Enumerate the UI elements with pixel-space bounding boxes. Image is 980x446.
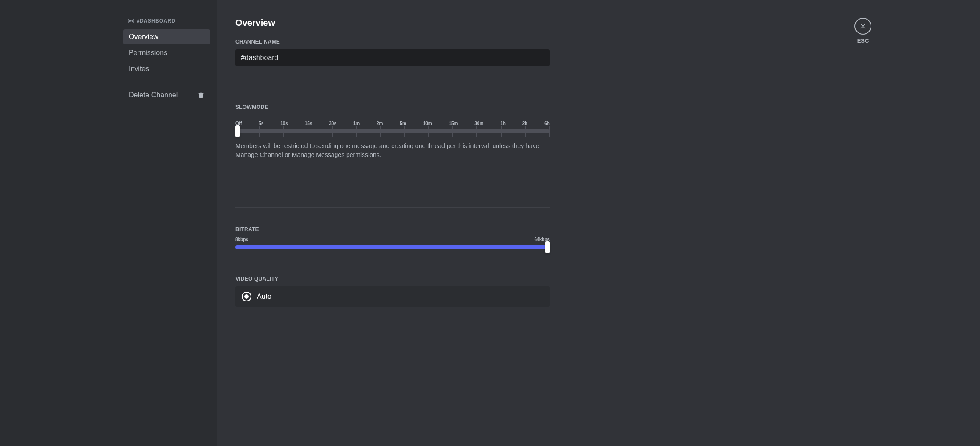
close-icon: [859, 23, 867, 30]
tick-label: 1m: [353, 121, 360, 126]
tick-mark: [356, 126, 357, 137]
tick-label: 10s: [280, 121, 288, 126]
slowmode-description: Members will be restricted to sending on…: [235, 142, 550, 159]
tick-label: 30m: [474, 121, 483, 126]
bitrate-handle[interactable]: [545, 241, 550, 253]
slowmode-handle[interactable]: [235, 125, 240, 137]
sidebar-header-text: #DASHBOARD: [137, 18, 175, 24]
sidebar-item-overview[interactable]: Overview: [123, 29, 210, 44]
tick-mark: [452, 126, 453, 137]
section-divider: [235, 178, 550, 178]
sidebar-channel-header: #DASHBOARD: [123, 18, 210, 24]
page-title: Overview: [235, 18, 550, 28]
tick-mark: [428, 126, 429, 137]
sidebar-item-label: Invites: [129, 65, 149, 72]
delete-channel-button[interactable]: Delete Channel: [123, 88, 210, 103]
tick-mark: [259, 126, 260, 137]
bitrate-min-label: 8kbps: [235, 237, 248, 242]
tick-mark: [476, 126, 477, 137]
close-button[interactable]: ESC: [854, 18, 871, 44]
slowmode-tick-labels: Off 5s 10s 15s 30s 1m 2m 5m 10m 15m 30m …: [235, 121, 550, 126]
sidebar-nav: Overview Permissions Invites: [123, 29, 210, 76]
trash-icon: [198, 92, 205, 99]
tick-mark: [549, 126, 550, 137]
section-divider: [235, 85, 550, 85]
tick-label: 1h: [500, 121, 506, 126]
main-content: ESC Overview Channel Name Slowmode Off 5…: [217, 0, 980, 446]
channel-name-label: Channel Name: [235, 39, 550, 45]
tick-mark: [283, 126, 284, 137]
slowmode-label: Slowmode: [235, 104, 550, 110]
tick-label: 2m: [377, 121, 383, 126]
tick-label: 15m: [449, 121, 458, 126]
radio-label: Auto: [257, 293, 271, 301]
sidebar-item-label: Permissions: [129, 49, 167, 56]
tick-label: 5s: [259, 121, 263, 126]
video-quality-option-auto[interactable]: Auto: [235, 286, 550, 307]
tick-label: 10m: [423, 121, 432, 126]
tick-label: 15s: [305, 121, 312, 126]
tick-label: 6h: [544, 121, 550, 126]
slowmode-track: [235, 129, 550, 133]
sidebar-item-label: Overview: [129, 33, 158, 40]
tick-mark: [308, 126, 308, 137]
delete-channel-label: Delete Channel: [129, 91, 178, 99]
tick-label: 2h: [522, 121, 528, 126]
tick-label: 5m: [400, 121, 406, 126]
tick-label: 30s: [329, 121, 336, 126]
sidebar-item-invites[interactable]: Invites: [123, 61, 210, 76]
tick-mark: [380, 126, 381, 137]
radio-icon: [242, 292, 251, 301]
close-circle: [854, 18, 871, 35]
slowmode-slider[interactable]: Off 5s 10s 15s 30s 1m 2m 5m 10m 15m 30m …: [235, 121, 550, 133]
svg-point-0: [130, 20, 132, 22]
sidebar-divider: [128, 82, 206, 82]
tick-mark: [525, 126, 526, 137]
bitrate-slider[interactable]: [235, 245, 550, 249]
sidebar-item-permissions[interactable]: Permissions: [123, 45, 210, 60]
tick-mark: [501, 126, 502, 137]
channel-name-input[interactable]: [235, 49, 550, 66]
video-quality-label: Video Quality: [235, 276, 550, 282]
tick-mark: [332, 126, 333, 137]
tick-mark: [404, 126, 405, 137]
bitrate-label: Bitrate: [235, 226, 550, 233]
bitrate-range-labels: 8kbps 64kbps: [235, 237, 550, 242]
stage-channel-icon: [128, 18, 134, 24]
settings-sidebar: #DASHBOARD Overview Permissions Invites …: [0, 0, 217, 446]
section-divider: [235, 207, 550, 208]
close-label: ESC: [857, 37, 869, 44]
